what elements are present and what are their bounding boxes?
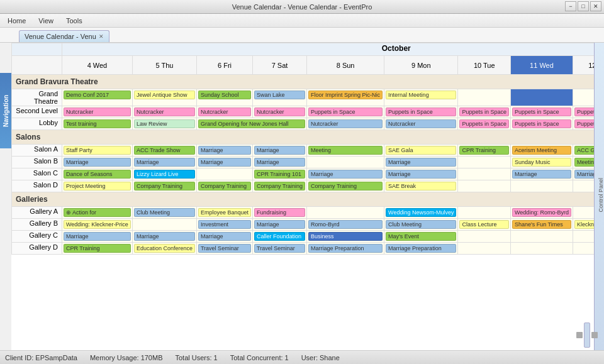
cell-gd-4[interactable]: CPR Training (62, 243, 133, 255)
evt-marriage-sa6[interactable]: Marriage (198, 146, 251, 155)
cell-ga-4[interactable]: ⊕ Action for (62, 207, 133, 219)
evt-travel-seminar-7[interactable]: Travel Seminar (254, 244, 305, 253)
cell-gb-10[interactable]: Class Lecture (458, 219, 511, 231)
cell-gb-8[interactable]: Romo-Byrd (307, 219, 384, 231)
close-button[interactable]: ✕ (590, 1, 601, 11)
cell-sb-4[interactable]: Marriage (62, 157, 133, 168)
cell-gb-5[interactable] (132, 219, 196, 231)
evt-nutcracker-1[interactable]: Nutcracker (64, 108, 131, 116)
cell-sc-8[interactable]: Marriage (307, 168, 384, 180)
cell-gc-4[interactable]: Marriage (62, 231, 133, 243)
evt-cpr-training-gd[interactable]: CPR Training (64, 244, 131, 253)
evt-marriage-gc4[interactable]: Marriage (64, 232, 131, 241)
cell-gb-4[interactable]: Wedding: Kleckner-Price (62, 219, 133, 231)
evt-marriage-sa7[interactable]: Marriage (254, 146, 305, 155)
cell-gd-5[interactable]: Education Conference (132, 243, 196, 255)
cell-gt-4[interactable]: Demo Conf 2017 (62, 89, 133, 106)
evt-sae-gala[interactable]: SAE Gala (386, 146, 456, 155)
cell-lb-5[interactable]: Law Review (132, 118, 196, 130)
cell-gt-7[interactable]: Swan Lake (253, 89, 307, 106)
cell-gd-6[interactable]: Travel Seminar (196, 243, 252, 255)
evt-marriage-sc9[interactable]: Marriage (386, 170, 456, 179)
cell-sl-9[interactable]: Puppets in Space (384, 106, 458, 118)
cell-gd-12[interactable] (573, 243, 594, 255)
cell-sc-6[interactable] (196, 168, 252, 180)
evt-romo-byrd[interactable]: Romo-Byrd (308, 220, 383, 229)
cell-lb-10[interactable]: Puppets in Space (458, 118, 511, 130)
evt-company-training-6[interactable]: Company Training (198, 182, 251, 190)
cell-lb-11[interactable]: Puppets in Space (511, 118, 573, 130)
evt-puppets-lb3[interactable]: Puppets in Space (574, 119, 594, 128)
tab-close-icon[interactable]: ✕ (99, 33, 104, 40)
cell-gc-12[interactable] (573, 231, 594, 243)
evt-sae-break[interactable]: SAE Break (386, 182, 456, 190)
cell-sd-5[interactable]: Company Training (132, 180, 196, 192)
cell-sa-11[interactable]: Acerism Meeting (511, 145, 573, 157)
cell-gt-11[interactable] (511, 89, 573, 106)
cell-gb-11[interactable]: Shane's Fun Times (511, 219, 573, 231)
cell-lb-8[interactable]: Nutcracker (307, 118, 384, 130)
evt-marriage-prep-9[interactable]: Marriage Preparation (386, 244, 456, 253)
cell-gc-9[interactable]: May's Event (384, 231, 458, 243)
evt-club-meeting-gb[interactable]: Club Meeting (386, 220, 456, 229)
cell-ga-9[interactable]: Wedding Newsom-Mulvey (384, 207, 458, 219)
evt-marriage-gc5[interactable]: Marriage (134, 232, 195, 241)
cell-ga-5[interactable]: Club Meeting (132, 207, 196, 219)
evt-nutcracker-lb[interactable]: Nutcracker (308, 119, 383, 128)
panel-scroll-thumb[interactable] (584, 323, 590, 348)
cell-sl-5[interactable]: Nutcracker (132, 106, 196, 118)
cell-gc-11[interactable] (511, 231, 573, 243)
evt-jewel-antique[interactable]: Jewel Antique Show (134, 91, 195, 99)
evt-puppets-lb[interactable]: Puppets in Space (459, 119, 509, 128)
maximize-button[interactable]: □ (578, 1, 589, 11)
cell-sb-7[interactable]: Marriage (253, 157, 307, 168)
cell-sb-11[interactable]: Sunday Music (511, 157, 573, 168)
cell-gd-9[interactable]: Marriage Preparation (384, 243, 458, 255)
cell-sc-12[interactable]: Marriage (573, 168, 594, 180)
evt-puppets-space-5[interactable]: Puppets in Space (574, 108, 594, 116)
cell-ga-7[interactable]: Fundraising (253, 207, 307, 219)
cell-sl-4[interactable]: Nutcracker (62, 106, 133, 118)
cell-lb-12[interactable]: Puppets in Space (573, 118, 594, 130)
cell-sa-9[interactable]: SAE Gala (384, 145, 458, 157)
evt-marriage-gc6[interactable]: Marriage (198, 232, 251, 241)
cell-gc-10[interactable] (458, 231, 511, 243)
minimize-button[interactable]: − (565, 1, 576, 11)
evt-puppets-lb2[interactable]: Puppets in Space (512, 119, 571, 128)
evt-caller-foundation[interactable]: Caller Foundation (254, 232, 305, 241)
evt-puppets-space-2[interactable]: Puppets in Space (386, 108, 456, 116)
evt-travel-seminar-6[interactable]: Travel Seminar (198, 244, 251, 253)
cell-sl-7[interactable]: Nutcracker (253, 106, 307, 118)
evt-sunday-music[interactable]: Sunday Music (512, 158, 571, 167)
cell-sb-12[interactable]: Meeting (573, 157, 594, 168)
cell-gc-5[interactable]: Marriage (132, 231, 196, 243)
evt-class-lecture[interactable]: Class Lecture (459, 220, 509, 229)
cell-sa-4[interactable]: Staff Party (62, 145, 133, 157)
cell-sc-4[interactable]: Dance of Seasons (62, 168, 133, 180)
cell-ga-10[interactable] (458, 207, 511, 219)
cell-gt-12[interactable] (573, 89, 594, 106)
evt-acc-trade[interactable]: ACC Trade Show (134, 146, 195, 155)
cell-sd-8[interactable]: Company Training (307, 180, 384, 192)
evt-puppets-space-4[interactable]: Puppets in Space (512, 108, 571, 116)
evt-cpr-training-sa[interactable]: CPR Training (459, 146, 509, 155)
cell-ga-8[interactable] (307, 207, 384, 219)
cell-gt-10[interactable] (458, 89, 511, 106)
evt-nutcracker-4[interactable]: Nutcracker (254, 108, 305, 116)
evt-marriage-sc12[interactable]: Marriage (574, 170, 594, 179)
evt-internal-meeting[interactable]: Internal Meeting (386, 91, 456, 99)
evt-lizzy-lizard[interactable]: Lizzy Lizard Live (134, 170, 195, 179)
evt-company-training-7[interactable]: Company Training (254, 182, 305, 190)
evt-marriage-sc8[interactable]: Marriage (308, 170, 383, 179)
evt-marriage-sb5[interactable]: Marriage (134, 158, 195, 167)
cell-sa-10[interactable]: CPR Training (458, 145, 511, 157)
evt-nutcracker-3[interactable]: Nutcracker (198, 108, 251, 116)
cell-sc-7[interactable]: CPR Training 101 (253, 168, 307, 180)
cell-sl-6[interactable]: Nutcracker (196, 106, 252, 118)
evt-acc-gala[interactable]: ACC Gala Dinner (574, 146, 594, 155)
cell-sa-6[interactable]: Marriage (196, 145, 252, 157)
evt-marriage-sb6[interactable]: Marriage (198, 158, 251, 167)
cell-sd-10[interactable] (458, 180, 511, 192)
evt-shanes-fun[interactable]: Shane's Fun Times (512, 220, 571, 229)
cell-sb-9[interactable]: Marriage (384, 157, 458, 168)
